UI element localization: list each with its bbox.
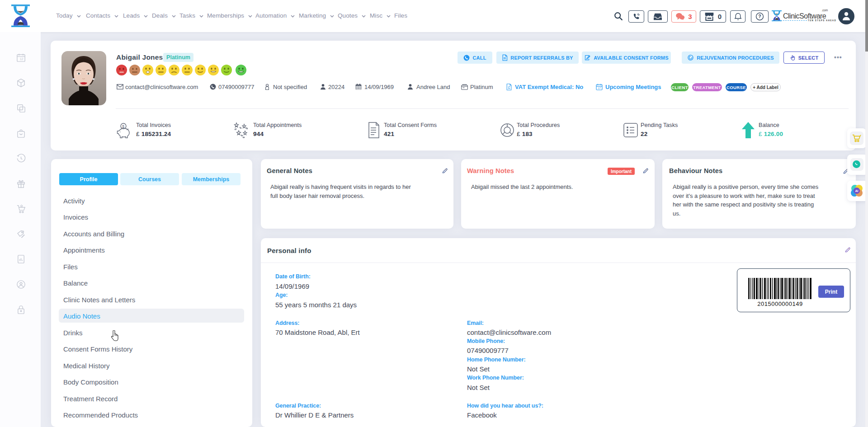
svg-text:17: 17 <box>598 86 601 89</box>
svg-text:$: $ <box>122 124 124 129</box>
svg-text:12: 12 <box>20 57 24 61</box>
svg-text:?: ? <box>758 14 761 19</box>
svg-text:AI: AI <box>855 189 859 192</box>
